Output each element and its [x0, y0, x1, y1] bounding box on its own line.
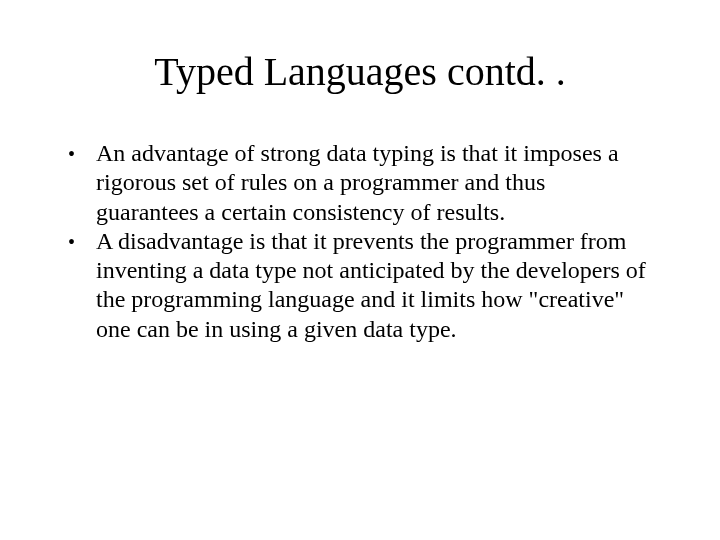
slide-title: Typed Languages contd. .: [60, 48, 660, 95]
slide-container: Typed Languages contd. . • An advantage …: [0, 0, 720, 540]
slide-content: • An advantage of strong data typing is …: [60, 139, 660, 344]
bullet-text: An advantage of strong data typing is th…: [96, 139, 652, 227]
bullet-list: • An advantage of strong data typing is …: [68, 139, 652, 344]
list-item: • A disadvantage is that it prevents the…: [68, 227, 652, 344]
bullet-marker-icon: •: [68, 227, 96, 254]
bullet-marker-icon: •: [68, 139, 96, 166]
list-item: • An advantage of strong data typing is …: [68, 139, 652, 227]
bullet-text: A disadvantage is that it prevents the p…: [96, 227, 652, 344]
